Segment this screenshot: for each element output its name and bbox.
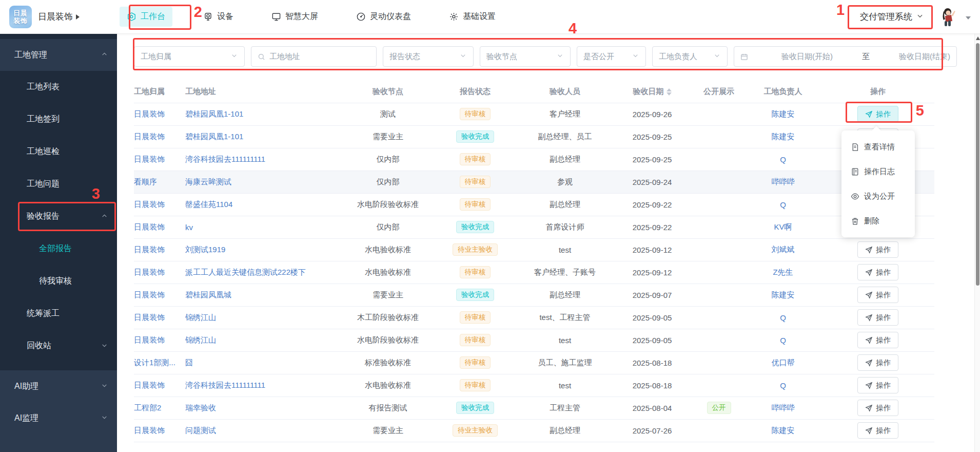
site-manager-link[interactable]: 哔哔哔 — [772, 403, 795, 412]
site-manager-link[interactable]: 陈建安 — [772, 290, 795, 299]
table-row: 日晨装饰湾谷科技园去111111111仅内部待审核副总经理2025-09-25Q… — [134, 148, 934, 171]
row-action-button[interactable]: 操作 — [857, 106, 898, 122]
sidebar-item-all-reports[interactable]: 全部报告 — [0, 233, 117, 265]
column-header-5[interactable]: 验收日期 — [611, 81, 693, 103]
row-action-button[interactable]: 操作 — [857, 354, 898, 371]
column-header-label: 工地地址 — [185, 87, 216, 96]
cell-site-owner: 日晨装饰 — [134, 125, 185, 148]
row-action-button[interactable]: 操作 — [857, 332, 898, 348]
filter-site-owner-select[interactable]: 工地归属 — [134, 46, 245, 67]
nav-item-workbench[interactable]: 工作台 — [120, 7, 172, 27]
site-address-link[interactable]: kv — [185, 223, 193, 232]
row-action-button[interactable]: 操作 — [857, 264, 898, 280]
row-action-button[interactable]: 操作 — [857, 241, 898, 258]
site-owner-link[interactable]: 日晨装饰 — [134, 313, 165, 322]
cell-acceptance-staff: test、工程主管 — [519, 306, 611, 329]
site-manager-link[interactable]: 优口帮 — [772, 358, 795, 367]
filter-is-public-select[interactable]: 是否公开 — [577, 46, 646, 67]
filter-site-manager-select[interactable]: 工地负责人 — [652, 46, 728, 67]
menu-item-delete[interactable]: 删除 — [841, 209, 915, 233]
sidebar-item-pending-my-review[interactable]: 待我审核 — [0, 265, 117, 297]
site-owner-link[interactable]: 工程部2 — [134, 403, 161, 412]
site-address-link[interactable]: 湾谷科技园去111111111 — [185, 381, 265, 389]
site-manager-link[interactable]: 陈建安 — [772, 109, 795, 118]
site-manager-link[interactable]: Z先生 — [773, 268, 793, 276]
sidebar-item-site-inspection[interactable]: 工地巡检 — [0, 136, 117, 168]
site-address-link[interactable]: 碧桂园凤凰1-101 — [185, 109, 243, 118]
nav-item-dashboard[interactable]: 灵动仪表盘 — [349, 7, 418, 27]
sidebar-item-site-management[interactable]: 工地管理 — [0, 39, 117, 71]
site-address-link[interactable]: 刘测试1919 — [185, 245, 225, 254]
site-address-link[interactable]: 派工工人最近关键信息测试222楼下 — [185, 268, 306, 276]
site-address-link[interactable]: 罄盛佳苑1104 — [185, 200, 232, 209]
scrollbar-thumb[interactable] — [976, 43, 979, 286]
site-manager-link[interactable]: 陈建安 — [772, 132, 795, 141]
company-switcher[interactable]: 日晨装饰 — [38, 11, 80, 23]
sidebar-item-site-checkin[interactable]: 工地签到 — [0, 103, 117, 136]
site-owner-link[interactable]: 日晨装饰 — [134, 335, 165, 344]
nav-item-settings[interactable]: 基础设置 — [442, 7, 503, 27]
site-owner-link[interactable]: 日晨装饰 — [134, 222, 165, 231]
cell-site-owner: 日晨装饰 — [134, 329, 185, 351]
row-action-button[interactable]: 操作 — [857, 309, 898, 326]
menu-item-set-public[interactable]: 设为公开 — [841, 184, 915, 209]
site-owner-link[interactable]: 日晨装饰 — [134, 268, 165, 276]
site-owner-link[interactable]: 日晨装饰 — [134, 426, 165, 435]
site-owner-link[interactable]: 日晨装饰 — [134, 155, 165, 163]
site-owner-link[interactable]: 日晨装饰 — [134, 132, 165, 141]
site-owner-link[interactable]: 看顺序 — [134, 177, 157, 186]
site-address-link[interactable]: 锦绣江山 — [185, 335, 216, 344]
site-address-link[interactable]: 锦绣江山 — [185, 313, 216, 322]
site-owner-link[interactable]: 日晨装饰 — [134, 381, 165, 389]
site-address-link[interactable]: 海康云眸测试 — [185, 177, 231, 186]
site-address-link[interactable]: 问题测试 — [185, 426, 216, 435]
site-owner-link[interactable]: 日晨装饰 — [134, 200, 165, 209]
sidebar-item-recycle-bin[interactable]: 回收站 — [0, 330, 117, 362]
site-address-link[interactable]: 湾谷科技园去111111111 — [185, 155, 265, 163]
site-manager-link[interactable]: 陈建安 — [772, 426, 795, 435]
nav-item-device[interactable]: 设备 — [196, 7, 241, 27]
sidebar: 工地管理工地列表工地签到工地巡检工地问题验收报告全部报告待我审核统筹派工回收站A… — [0, 34, 117, 452]
user-avatar[interactable] — [936, 6, 958, 28]
filter-date-range-picker[interactable]: 验收日期(开始) 至 验收日期(结束) — [734, 46, 957, 67]
site-manager-link[interactable]: Q — [780, 381, 786, 390]
site-address-link[interactable]: 碧桂园凤凰1-101 — [185, 132, 243, 141]
user-menu-caret-icon[interactable] — [966, 16, 971, 20]
menu-item-operation-log[interactable]: 操作日志 — [841, 159, 915, 184]
row-action-button[interactable]: 操作 — [857, 400, 898, 416]
sidebar-item-site-list[interactable]: 工地列表 — [0, 71, 117, 103]
system-switcher[interactable]: 交付管理系统 — [855, 7, 929, 27]
site-address-link[interactable]: 囧 — [185, 358, 193, 367]
site-manager-link[interactable]: Q — [780, 155, 786, 164]
nav-item-big-screen[interactable]: 智慧大屏 — [264, 7, 325, 27]
site-owner-link[interactable]: 日晨装饰 — [134, 245, 165, 254]
site-address-link[interactable]: 瑞幸验收 — [185, 403, 216, 412]
menu-item-view-detail[interactable]: 查看详情 — [841, 135, 915, 159]
sidebar-item-ai-assistant[interactable]: AI助理 — [0, 370, 117, 402]
filter-site-address-input[interactable]: 工地地址 — [251, 46, 377, 67]
site-manager-link[interactable]: Q — [780, 336, 786, 345]
cell-acceptance-date: 2025-09-25 — [611, 148, 693, 171]
sidebar-item-acceptance-report[interactable]: 验收报告 — [0, 200, 117, 233]
site-manager-link[interactable]: 哔哔哔 — [772, 177, 795, 186]
site-manager-link[interactable]: Q — [780, 313, 786, 322]
vertical-scrollbar[interactable] — [974, 34, 980, 452]
site-owner-link[interactable]: 设计1部测... — [134, 358, 175, 367]
site-owner-link[interactable]: 日晨装饰 — [134, 109, 165, 118]
sidebar-item-dispatch[interactable]: 统筹派工 — [0, 297, 117, 330]
cell-report-status: 待审核 — [432, 374, 519, 397]
row-action-button[interactable]: 操作 — [857, 287, 898, 303]
filter-acceptance-node-select[interactable]: 验收节点 — [480, 46, 571, 67]
row-action-button[interactable]: 操作 — [857, 377, 898, 393]
sidebar-item-ai-supervision[interactable]: AI监理 — [0, 402, 117, 434]
filter-report-status-select[interactable]: 报告状态 — [383, 46, 474, 67]
row-action-button[interactable]: 操作 — [857, 422, 898, 439]
site-manager-link[interactable]: Q — [780, 200, 786, 209]
site-manager-link[interactable]: KV啊 — [774, 222, 792, 231]
sidebar-item-site-issues[interactable]: 工地问题 — [0, 168, 117, 200]
site-manager-link[interactable]: 刘斌斌 — [772, 245, 795, 254]
scrollbar-up-arrow-icon[interactable] — [975, 36, 980, 40]
sort-caret-icon[interactable] — [667, 88, 672, 96]
site-address-link[interactable]: 碧桂园凤凰城 — [185, 290, 231, 299]
site-owner-link[interactable]: 日晨装饰 — [134, 290, 165, 299]
